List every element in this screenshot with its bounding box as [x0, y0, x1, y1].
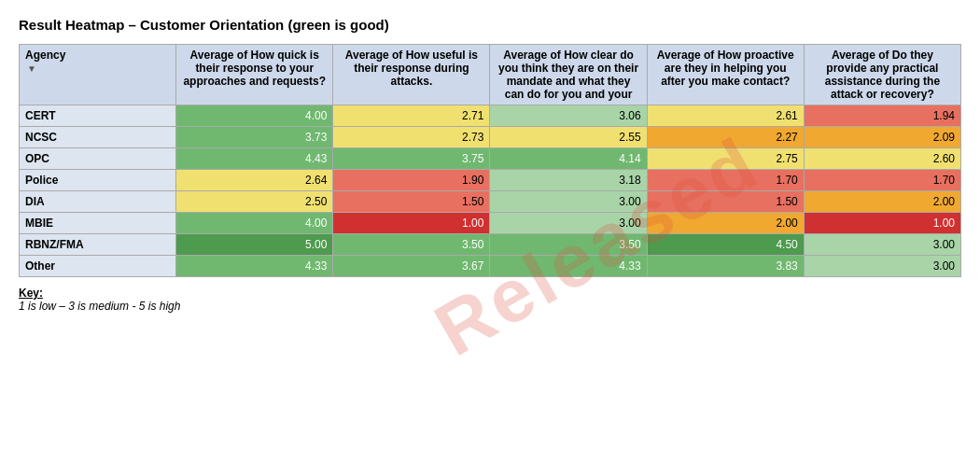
col-4: Average of How proactive are they in hel…: [647, 45, 804, 105]
data-cell-2: 1.90: [333, 170, 490, 191]
table-row: MBIE4.001.003.002.001.00: [20, 213, 961, 234]
data-cell-4: 2.00: [647, 213, 804, 234]
table-row: RBNZ/FMA5.003.503.504.503.00: [20, 234, 961, 256]
data-cell-5: 2.60: [804, 148, 960, 170]
data-cell-3: 3.50: [490, 234, 647, 256]
data-cell-5: 1.94: [804, 105, 960, 127]
agency-cell: Other: [20, 256, 176, 277]
key-label: Key:: [19, 287, 961, 300]
data-cell-1: 4.33: [176, 256, 333, 277]
table-row: NCSC3.732.732.552.272.09: [20, 127, 961, 148]
data-cell-4: 3.83: [647, 256, 804, 277]
col-agency: Agency ▼: [20, 45, 176, 105]
data-cell-3: 3.18: [490, 170, 647, 191]
col-5: Average of Do they provide any practical…: [804, 45, 960, 105]
table-row: Police2.641.903.181.701.70: [20, 170, 961, 191]
data-cell-3: 4.14: [490, 148, 647, 170]
data-cell-5: 1.70: [804, 170, 960, 191]
key-section: Key: 1 is low – 3 is medium - 5 is high: [19, 287, 961, 313]
filter-icon[interactable]: ▼: [27, 63, 36, 74]
data-cell-1: 3.73: [176, 127, 333, 148]
data-cell-2: 2.71: [333, 105, 490, 127]
data-cell-1: 4.00: [176, 105, 333, 127]
agency-cell: RBNZ/FMA: [20, 234, 176, 256]
data-cell-2: 2.73: [333, 127, 490, 148]
agency-cell: MBIE: [20, 213, 176, 234]
data-cell-1: 4.43: [176, 148, 333, 170]
data-cell-5: 2.09: [804, 127, 960, 148]
data-cell-2: 3.50: [333, 234, 490, 256]
table-row: DIA2.501.503.001.502.00: [20, 191, 961, 213]
data-cell-5: 1.00: [804, 213, 960, 234]
data-cell-2: 3.75: [333, 148, 490, 170]
page-title: Result Heatmap – Customer Orientation (g…: [19, 17, 961, 33]
agency-cell: DIA: [20, 191, 176, 213]
data-cell-4: 1.70: [647, 170, 804, 191]
agency-cell: NCSC: [20, 127, 176, 148]
data-cell-1: 5.00: [176, 234, 333, 256]
data-cell-4: 2.75: [647, 148, 804, 170]
key-desc: 1 is low – 3 is medium - 5 is high: [19, 300, 961, 313]
data-cell-2: 1.50: [333, 191, 490, 213]
data-cell-5: 2.00: [804, 191, 960, 213]
table-row: OPC4.433.754.142.752.60: [20, 148, 961, 170]
data-cell-4: 4.50: [647, 234, 804, 256]
col-3: Average of How clear do you think they a…: [490, 45, 647, 105]
agency-cell: OPC: [20, 148, 176, 170]
data-cell-3: 4.33: [490, 256, 647, 277]
heatmap-table: Agency ▼ Average of How quick is their r…: [19, 44, 961, 277]
col-1: Average of How quick is their response t…: [176, 45, 333, 105]
data-cell-3: 2.55: [490, 127, 647, 148]
table-row: CERT4.002.713.062.611.94: [20, 105, 961, 127]
data-cell-4: 2.61: [647, 105, 804, 127]
data-cell-2: 3.67: [333, 256, 490, 277]
data-cell-4: 1.50: [647, 191, 804, 213]
data-cell-1: 4.00: [176, 213, 333, 234]
data-cell-1: 2.64: [176, 170, 333, 191]
data-cell-4: 2.27: [647, 127, 804, 148]
data-cell-5: 3.00: [804, 256, 960, 277]
table-row: Other4.333.674.333.833.00: [20, 256, 961, 277]
data-cell-3: 3.00: [490, 191, 647, 213]
col-2: Average of How useful is their response …: [333, 45, 490, 105]
agency-cell: Police: [20, 170, 176, 191]
data-cell-2: 1.00: [333, 213, 490, 234]
data-cell-5: 3.00: [804, 234, 960, 256]
data-cell-3: 3.00: [490, 213, 647, 234]
agency-cell: CERT: [20, 105, 176, 127]
data-cell-3: 3.06: [490, 105, 647, 127]
data-cell-1: 2.50: [176, 191, 333, 213]
